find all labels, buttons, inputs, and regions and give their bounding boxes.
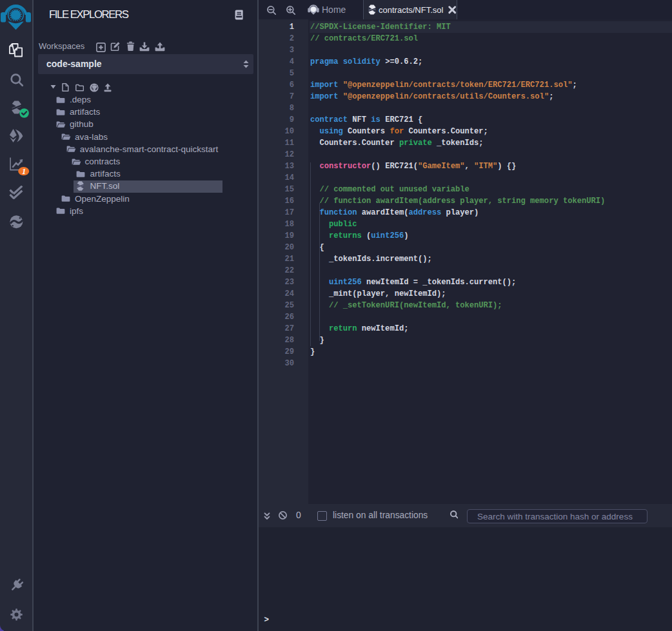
svg-text:1: 1 [22,167,26,176]
